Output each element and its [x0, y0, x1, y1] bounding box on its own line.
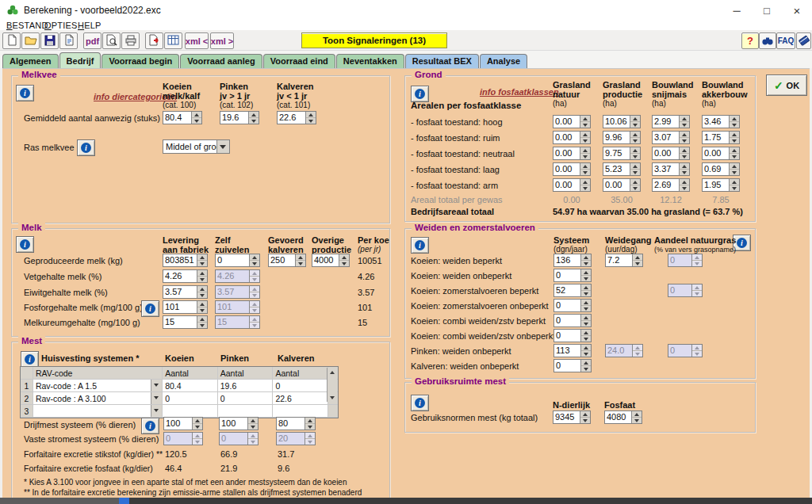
spin-down-icon[interactable] — [581, 260, 591, 266]
huisvesting-row-2[interactable]: 2 Rav-code : A 3.100 0 0 22.6 — [21, 392, 338, 405]
spin-down-icon[interactable] — [630, 121, 640, 128]
arm-grasland-natuur-spinner[interactable]: 0.00 — [553, 178, 591, 192]
ruim-bouwland-snijmais-spinner[interactable]: 3.07 — [652, 131, 690, 144]
spin-down-icon[interactable] — [197, 260, 207, 266]
dropdown-arrow-icon[interactable] — [216, 140, 229, 153]
arm-grasland-productie-spinner[interactable]: 0.00 — [603, 178, 641, 192]
spin-up-icon[interactable] — [580, 163, 590, 169]
koeien-aantal-spinner[interactable]: 80.4 — [163, 111, 202, 124]
tab-voorraad-begin[interactable]: Voorraad begin — [102, 54, 179, 68]
spinner-buttons[interactable] — [197, 286, 207, 298]
ruim-bouwland-akkerbouw-spinner[interactable]: 1.75 — [702, 131, 740, 144]
print-preview-button[interactable] — [102, 32, 121, 49]
spin-up-icon[interactable] — [730, 132, 739, 137]
spin-up-icon[interactable] — [730, 116, 739, 121]
spin-up-icon[interactable] — [581, 360, 591, 365]
spinner-buttons[interactable] — [580, 254, 591, 266]
n-dierlijk-spinner[interactable]: 9345 — [553, 410, 591, 424]
hoog-grasland-natuur-spinner[interactable]: 0.00 — [553, 115, 591, 128]
spin-up-icon[interactable] — [580, 116, 590, 121]
melk-kalveren-spinner[interactable]: 250 — [268, 254, 306, 267]
spin-up-icon[interactable] — [306, 112, 316, 117]
pdf-button[interactable]: pdf — [83, 32, 102, 49]
tab-voorraad-eind[interactable]: Voorraad eind — [263, 54, 335, 68]
tab-voorraad-aanleg[interactable]: Voorraad aanleg — [180, 54, 262, 68]
spin-down-icon[interactable] — [680, 185, 689, 191]
melk-fabriek-spinner[interactable]: 803851 — [163, 254, 208, 267]
spin-up-icon[interactable] — [197, 270, 207, 276]
spin-up-icon[interactable] — [680, 179, 689, 185]
spin-down-icon[interactable] — [305, 423, 315, 430]
spinner-buttons[interactable] — [630, 132, 640, 143]
spin-down-icon[interactable] — [581, 290, 591, 296]
laag-grasland-natuur-spinner[interactable]: 0.00 — [553, 162, 591, 176]
spin-down-icon[interactable] — [580, 137, 590, 143]
spin-up-icon[interactable] — [197, 316, 207, 322]
gebruiksruimte-info-button[interactable]: i — [411, 395, 429, 411]
spinner-buttons[interactable] — [305, 112, 316, 124]
rav2-koeien-cell[interactable]: 0 — [163, 392, 218, 404]
spin-up-icon[interactable] — [581, 315, 591, 320]
spinner-buttons[interactable] — [248, 112, 259, 124]
spin-down-icon[interactable] — [680, 137, 689, 143]
spinner-buttons[interactable] — [580, 284, 591, 296]
rav-dropdown-icon[interactable] — [151, 380, 162, 391]
spin-up-icon[interactable] — [680, 163, 689, 169]
tab-neventakken[interactable]: Neventakken — [336, 54, 404, 68]
spin-down-icon[interactable] — [581, 275, 591, 281]
spin-down-icon[interactable] — [730, 121, 739, 128]
new-file-button[interactable] — [2, 32, 21, 49]
spin-up-icon[interactable] — [580, 147, 590, 153]
spin-down-icon[interactable] — [632, 417, 642, 423]
spin-down-icon[interactable] — [680, 121, 689, 128]
spin-up-icon[interactable] — [581, 345, 591, 350]
spin-up-icon[interactable] — [339, 254, 349, 260]
search-help-button[interactable] — [759, 32, 776, 49]
spinner-buttons[interactable] — [249, 254, 259, 266]
spin-down-icon[interactable] — [730, 153, 739, 159]
spinner-buttons[interactable] — [679, 179, 689, 191]
spin-up-icon[interactable] — [296, 254, 305, 260]
spin-down-icon[interactable] — [581, 320, 591, 326]
arm-bouwland-akkerbouw-spinner[interactable]: 1.95 — [702, 178, 740, 192]
spin-down-icon[interactable] — [306, 117, 316, 124]
laag-bouwland-snijmais-spinner[interactable]: 3.37 — [652, 162, 690, 176]
spin-down-icon[interactable] — [580, 153, 590, 159]
spin-up-icon[interactable] — [248, 418, 258, 423]
spinner-buttons[interactable] — [580, 147, 590, 159]
arm-bouwland-snijmais-spinner[interactable]: 2.69 — [652, 178, 690, 192]
save-button[interactable] — [40, 32, 59, 49]
spin-down-icon[interactable] — [580, 169, 590, 175]
hoog-bouwland-akkerbouw-spinner[interactable]: 3.46 — [702, 115, 740, 128]
spin-up-icon[interactable] — [633, 254, 642, 260]
spin-up-icon[interactable] — [580, 179, 590, 185]
spin-down-icon[interactable] — [633, 260, 642, 266]
spin-up-icon[interactable] — [305, 418, 315, 423]
spin-up-icon[interactable] — [680, 116, 689, 121]
spinner-buttons[interactable] — [191, 112, 201, 124]
spin-up-icon[interactable] — [193, 418, 202, 423]
melkvee-info-button[interactable]: i — [16, 85, 34, 101]
spinner-buttons[interactable] — [630, 163, 640, 175]
neutraal-bouwland-snijmais-spinner[interactable]: 0.00 — [652, 147, 690, 160]
neutraal-grasland-natuur-spinner[interactable]: 0.00 — [553, 147, 591, 160]
spin-down-icon[interactable] — [630, 185, 640, 191]
spin-up-icon[interactable] — [730, 163, 739, 169]
spinner-buttons[interactable] — [197, 270, 207, 282]
spin-down-icon[interactable] — [580, 121, 590, 128]
neutraal-bouwland-akkerbouw-spinner[interactable]: 0.00 — [702, 147, 740, 160]
spinner-buttons[interactable] — [580, 116, 590, 128]
spin-up-icon[interactable] — [197, 254, 207, 260]
fosforgehalte-fabriek-spinner[interactable]: 101 — [163, 300, 208, 314]
spinner-buttons[interactable] — [580, 269, 591, 281]
scroll-down-icon[interactable] — [327, 393, 337, 402]
rav-dropdown-icon[interactable] — [151, 392, 162, 404]
melk-info-button[interactable]: i — [16, 236, 34, 253]
tab-algemeen[interactable]: Algemeen — [2, 54, 59, 68]
rav1-kalveren-cell[interactable]: 0 — [273, 380, 328, 391]
spin-down-icon[interactable] — [730, 169, 739, 175]
spinner-buttons[interactable] — [247, 418, 258, 430]
grond-info-button[interactable]: i — [411, 86, 429, 102]
report-button[interactable] — [59, 32, 78, 49]
huisvesting-row-3[interactable]: 3 — [21, 405, 338, 418]
